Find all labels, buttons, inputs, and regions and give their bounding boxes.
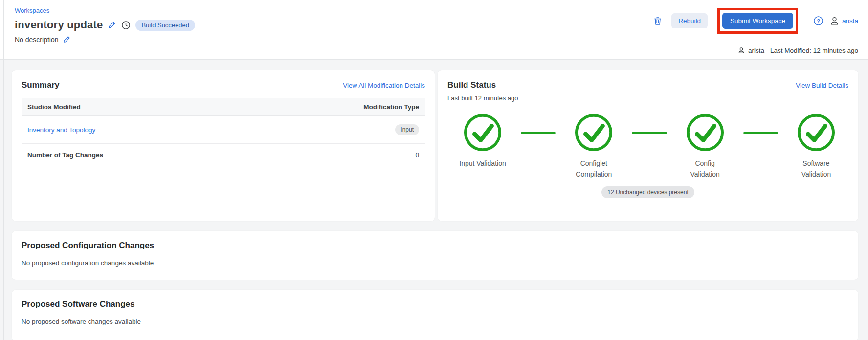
table-row: Inventory and Topology Input bbox=[22, 116, 425, 144]
pipeline-connector bbox=[632, 132, 667, 134]
step-label: Configlet Compilation bbox=[570, 158, 617, 180]
header-divider bbox=[806, 16, 806, 26]
user-menu-label[interactable]: arista bbox=[842, 17, 858, 24]
edit-description-icon[interactable] bbox=[63, 35, 71, 44]
success-check-icon bbox=[797, 113, 835, 152]
step-label: Config Validation bbox=[682, 158, 729, 180]
modified-by-user-icon bbox=[737, 46, 745, 54]
build-status-card: Build Status View Build Details Last bui… bbox=[438, 70, 858, 221]
build-status-title: Build Status bbox=[447, 80, 496, 90]
user-avatar-icon[interactable] bbox=[829, 16, 840, 26]
pipeline-step: Input Validation bbox=[457, 113, 508, 169]
studio-link[interactable]: Inventory and Topology bbox=[27, 126, 95, 134]
summary-title: Summary bbox=[22, 80, 59, 90]
proposed-software-changes-card: Proposed Software Changes No proposed so… bbox=[12, 290, 858, 340]
view-build-details-link[interactable]: View Build Details bbox=[796, 82, 848, 89]
build-pipeline: Input Validation Configlet Compilation bbox=[447, 113, 848, 180]
status-badge: Build Succeeded bbox=[135, 20, 195, 31]
header-right: Rebuild Submit Workspace ? bbox=[653, 5, 858, 59]
rebuild-button[interactable]: Rebuild bbox=[671, 13, 708, 28]
tag-changes-value: 0 bbox=[243, 151, 419, 159]
left-rail-divider bbox=[3, 0, 4, 340]
last-built-text: Last built 12 minutes ago bbox=[447, 94, 848, 102]
pipeline-step: Software Validation bbox=[791, 113, 842, 180]
last-modified-row: arista Last Modified: 12 minutes ago bbox=[737, 46, 858, 54]
page-content: Summary View All Modification Details St… bbox=[0, 60, 868, 340]
proposed-config-title: Proposed Configuration Changes bbox=[22, 241, 848, 250]
success-check-icon bbox=[575, 113, 613, 152]
pipeline-connector bbox=[743, 132, 778, 134]
tag-changes-row: Number of Tag Changes 0 bbox=[22, 144, 425, 166]
summary-card: Summary View All Modification Details St… bbox=[12, 70, 435, 221]
page-title: inventory update bbox=[15, 19, 103, 31]
help-icon[interactable]: ? bbox=[813, 16, 823, 26]
summary-table-header: Studios Modified Modification Type bbox=[22, 98, 425, 116]
submit-workspace-area: Submit Workspace bbox=[717, 8, 798, 34]
description-text: No description bbox=[15, 36, 59, 44]
edit-title-icon[interactable] bbox=[108, 21, 116, 29]
success-check-icon bbox=[686, 113, 724, 152]
modification-type-badge: Input bbox=[395, 124, 419, 135]
proposed-config-changes-card: Proposed Configuration Changes No propos… bbox=[12, 231, 858, 280]
tag-changes-label: Number of Tag Changes bbox=[27, 151, 243, 159]
column-studios-modified: Studios Modified bbox=[27, 102, 243, 112]
success-check-icon bbox=[464, 113, 502, 152]
header-left: Workspaces inventory update Build Succee… bbox=[15, 5, 195, 59]
proposed-software-empty-text: No proposed software changes available bbox=[22, 318, 848, 325]
pipeline-connector bbox=[521, 132, 556, 134]
page-header: Workspaces inventory update Build Succee… bbox=[0, 0, 868, 60]
modified-by-user: arista bbox=[748, 47, 764, 54]
step-label: Software Validation bbox=[793, 158, 840, 180]
proposed-config-empty-text: No proposed configuration changes availa… bbox=[22, 259, 848, 267]
summary-table: Studios Modified Modification Type Inven… bbox=[22, 98, 425, 166]
svg-text:?: ? bbox=[817, 18, 820, 24]
pipeline-step: Config Validation bbox=[680, 113, 731, 180]
proposed-software-title: Proposed Software Changes bbox=[22, 299, 848, 309]
unchanged-devices-badge: 12 Unchanged devices present bbox=[601, 186, 694, 198]
workspace-page: Workspaces inventory update Build Succee… bbox=[0, 0, 868, 340]
submit-workspace-button[interactable]: Submit Workspace bbox=[722, 13, 793, 29]
delete-workspace-icon[interactable] bbox=[653, 16, 663, 26]
view-all-modification-details-link[interactable]: View All Modification Details bbox=[343, 82, 425, 89]
pipeline-step: Configlet Compilation bbox=[568, 113, 619, 180]
step-label: Input Validation bbox=[459, 158, 506, 169]
breadcrumb[interactable]: Workspaces bbox=[15, 7, 195, 14]
history-clock-icon[interactable] bbox=[121, 21, 131, 30]
column-modification-type: Modification Type bbox=[243, 103, 419, 111]
last-modified-text: Last Modified: 12 minutes ago bbox=[770, 47, 858, 54]
